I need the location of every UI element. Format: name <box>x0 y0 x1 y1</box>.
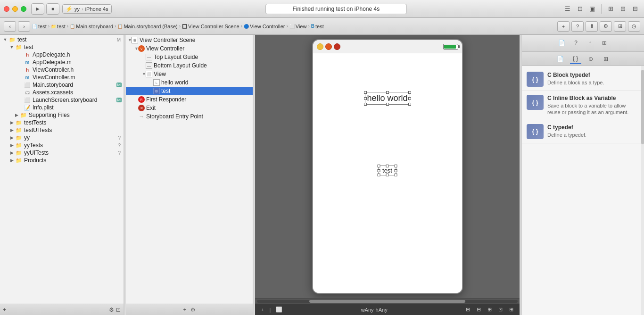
handle-mr[interactable] <box>395 169 397 172</box>
outline-helloworld[interactable]: L hello world <box>126 78 253 87</box>
canvas-scrollbar[interactable] <box>255 298 520 304</box>
tree-item-appdelegatem[interactable]: ▶ m AppDelegate.m <box>0 58 124 66</box>
bottom-icon-3[interactable]: ⊞ <box>485 306 494 314</box>
layout-toggle-1[interactable]: ⊞ <box>605 4 616 14</box>
util-identity-btn[interactable]: ↑ <box>584 38 596 49</box>
handle-tr[interactable] <box>395 165 397 167</box>
utilities-toggle[interactable]: ▣ <box>587 4 597 14</box>
forward-button[interactable]: › <box>18 21 30 32</box>
layout-toggle-3[interactable]: ⊟ <box>630 4 640 14</box>
util-size-btn[interactable]: ⊞ <box>598 38 611 49</box>
scheme-selector[interactable]: ⚡ yy › iPhone 4s <box>62 4 112 14</box>
test-element[interactable]: test <box>378 166 396 175</box>
tree-item-yytests[interactable]: ▶ 📁 yyTests ? <box>0 141 124 149</box>
handle-tm[interactable] <box>386 91 388 94</box>
util-sub-circle-btn[interactable]: ⊙ <box>585 54 596 64</box>
bottom-icon-1[interactable]: ⊞ <box>463 306 472 314</box>
snippet-item-inline-block[interactable]: { } C Inline Block as Variable Save a bl… <box>522 91 644 120</box>
breadcrumb-item-7[interactable]: test <box>315 24 324 29</box>
handle-tr[interactable] <box>408 91 411 94</box>
tree-item-mainstoryboard[interactable]: ▶ ⬜ Main.storyboard M <box>0 81 124 89</box>
outline-test[interactable]: B test <box>126 87 253 95</box>
tree-item-testuitests[interactable]: ▶ 📁 testUITests <box>0 126 124 134</box>
breadcrumb-item-1[interactable]: test <box>57 24 66 29</box>
tree-item-testtests[interactable]: ▶ 📁 testTests <box>0 119 124 126</box>
breadcrumb-item-3[interactable]: Main.storyboard (Base) <box>124 24 177 29</box>
bottom-icon-5[interactable]: ⊞ <box>507 306 516 314</box>
handle-bl[interactable] <box>377 174 380 176</box>
outline-entrypoint[interactable]: → Storyboard Entry Point <box>126 112 253 121</box>
handle-tm[interactable] <box>386 165 389 167</box>
util-help-btn[interactable]: ? <box>570 38 582 49</box>
tree-item-infoplist[interactable]: ▶ 📝 Info.plist <box>0 104 124 111</box>
back-button[interactable]: ‹ <box>4 21 16 32</box>
navigator-toggle[interactable]: ☰ <box>562 4 573 14</box>
minimize-button[interactable] <box>12 6 18 12</box>
outline-scene[interactable]: ▼ ⊞ View Controller Scene <box>126 36 253 44</box>
util-sub-grid-btn[interactable]: ⊞ <box>600 54 611 64</box>
tree-item-products[interactable]: ▶ 📁 Products <box>0 157 124 164</box>
util-inspector-btn[interactable]: 📄 <box>556 38 568 49</box>
snippet-item-typedef[interactable]: { } C typedef Define a typedef. <box>522 120 644 143</box>
snippet-item-block-typedef[interactable]: { } C Block typedef Define a block as a … <box>522 68 644 91</box>
util-sub-curly-btn[interactable]: { } <box>570 54 581 64</box>
iphone-mockup[interactable]: hello world <box>312 39 463 294</box>
tree-item-supportingfiles[interactable]: ▶ 📁 Supporting Files <box>0 111 124 119</box>
util-scrollbar[interactable] <box>641 66 644 315</box>
tree-item-viewcontrollerm[interactable]: ▶ m ViewController.m <box>0 74 124 81</box>
run-button[interactable]: ▶ <box>31 3 44 15</box>
tree-item-yyuitests[interactable]: ▶ 📁 yyUITests ? <box>0 149 124 157</box>
fullscreen-button[interactable] <box>21 6 26 12</box>
bottom-icon-2[interactable]: ⊟ <box>474 306 483 314</box>
debug-toggle[interactable]: ⊡ <box>575 4 585 14</box>
stop-button[interactable]: ■ <box>46 3 59 15</box>
sort-icon[interactable]: ⊡ <box>116 307 121 313</box>
handle-tl[interactable] <box>377 165 380 167</box>
handle-mr[interactable] <box>408 97 411 100</box>
bottom-icon-4[interactable]: ⊡ <box>496 306 505 314</box>
handle-bl[interactable] <box>363 103 366 106</box>
handle-ml[interactable] <box>377 169 380 172</box>
grid-button[interactable]: ⊞ <box>614 21 626 32</box>
clock-button[interactable]: ◷ <box>628 21 640 32</box>
hello-world-element[interactable]: hello world <box>364 92 410 105</box>
breadcrumb-item-2[interactable]: Main.storyboard <box>76 24 113 29</box>
add-icon[interactable]: + <box>3 307 6 313</box>
scrollbar-thumb[interactable] <box>309 300 466 303</box>
tree-item-launchscreen[interactable]: ▶ ⬜ LaunchScreen.storyboard M <box>0 96 124 104</box>
tree-item-appdelegateh[interactable]: ▶ h AppDelegate.h <box>0 51 124 58</box>
outline-add-icon[interactable]: + <box>183 307 186 313</box>
tree-item-viewcontrollerh[interactable]: ▶ h ViewController.h <box>0 66 124 74</box>
util-sub-doc-btn[interactable]: 📄 <box>555 54 566 64</box>
tree-item-assets[interactable]: ▶ 🗂 Assets.xcassets <box>0 89 124 96</box>
add-button[interactable]: + <box>557 21 570 32</box>
breadcrumb-item-5[interactable]: View Controller <box>250 24 285 29</box>
share-button[interactable]: ⬆ <box>586 21 598 32</box>
tree-item-test-group[interactable]: ▼ 📁 test <box>0 43 124 51</box>
layout-toggle-2[interactable]: ⊟ <box>618 4 628 14</box>
add-bottom-btn[interactable]: + <box>259 306 266 314</box>
handle-ml[interactable] <box>363 97 366 100</box>
outline-settings-icon[interactable]: ⚙ <box>190 307 196 313</box>
outline-vc[interactable]: ▼ V View Controller <box>126 44 253 53</box>
outline-view[interactable]: ▼ ⬜ View <box>126 70 253 78</box>
handle-br[interactable] <box>408 103 411 106</box>
outline-top-layout[interactable]: — Top Layout Guide <box>126 53 253 61</box>
close-button[interactable] <box>4 6 9 12</box>
handle-tl[interactable] <box>363 91 366 94</box>
handle-bm[interactable] <box>386 174 389 176</box>
handle-bm[interactable] <box>386 103 388 106</box>
filter-icon[interactable]: ⚙ <box>109 307 114 313</box>
outline-exit[interactable]: ✕ Exit <box>126 104 253 112</box>
editor-canvas[interactable]: hello world <box>255 35 520 298</box>
help-button[interactable]: ? <box>571 21 584 32</box>
breadcrumb-item-4[interactable]: View Controller Scene <box>188 24 239 29</box>
tree-item-yy[interactable]: ▶ 📁 yy ? <box>0 134 124 141</box>
bottom-expand-btn[interactable]: ⬜ <box>273 306 285 314</box>
breadcrumb-item-6[interactable]: View <box>296 24 307 29</box>
outline-firstresponder[interactable]: R First Responder <box>126 95 253 104</box>
outline-bottom-layout[interactable]: — Bottom Layout Guide <box>126 61 253 70</box>
settings-button[interactable]: ⚙ <box>600 21 612 32</box>
breadcrumb-item-0[interactable]: test <box>38 24 47 29</box>
tree-item-root[interactable]: ▼ 📁 test M <box>0 36 124 43</box>
